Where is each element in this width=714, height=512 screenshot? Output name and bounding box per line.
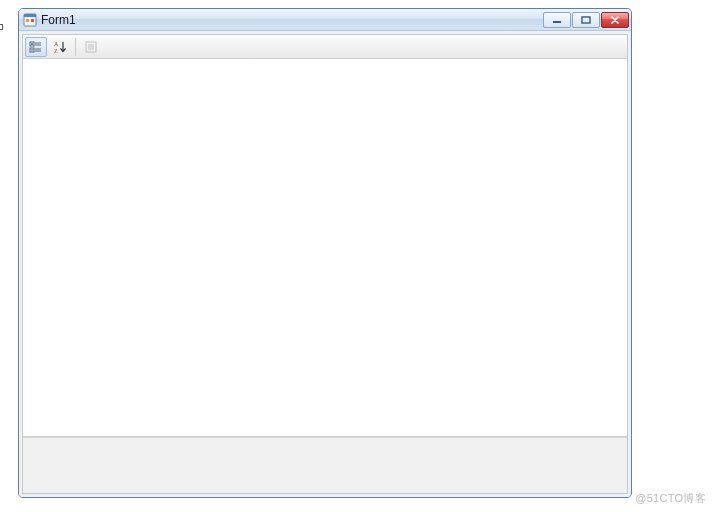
window-title: Form1 bbox=[41, 9, 543, 31]
svg-text:A: A bbox=[54, 41, 59, 47]
property-grid: A Z bbox=[22, 34, 628, 494]
svg-rect-1 bbox=[24, 14, 36, 17]
property-pages-icon bbox=[84, 40, 98, 54]
svg-rect-5 bbox=[582, 17, 590, 23]
alphabetical-button[interactable]: A Z bbox=[49, 37, 71, 57]
property-grid-toolbar: A Z bbox=[23, 35, 627, 59]
toolbar-separator bbox=[75, 38, 76, 56]
property-pages-button bbox=[80, 37, 102, 57]
form-app-icon bbox=[23, 13, 37, 27]
watermark-text: @51CTO博客 bbox=[635, 491, 706, 506]
designer-resize-handle[interactable] bbox=[0, 24, 3, 30]
svg-rect-3 bbox=[31, 19, 34, 22]
minimize-button[interactable] bbox=[543, 12, 571, 28]
maximize-button[interactable] bbox=[572, 12, 600, 28]
property-grid-body[interactable] bbox=[23, 59, 627, 437]
svg-rect-2 bbox=[26, 19, 29, 22]
svg-text:Z: Z bbox=[54, 48, 58, 54]
categorized-button[interactable] bbox=[25, 37, 47, 57]
description-pane bbox=[23, 437, 627, 493]
titlebar[interactable]: Form1 bbox=[19, 9, 631, 31]
window-frame: Form1 bbox=[18, 8, 632, 498]
sort-alpha-icon: A Z bbox=[53, 40, 67, 54]
close-button[interactable] bbox=[601, 12, 629, 28]
client-area: A Z bbox=[19, 31, 631, 497]
categorized-icon bbox=[29, 40, 43, 54]
svg-rect-4 bbox=[553, 21, 561, 23]
window-controls bbox=[543, 12, 629, 28]
